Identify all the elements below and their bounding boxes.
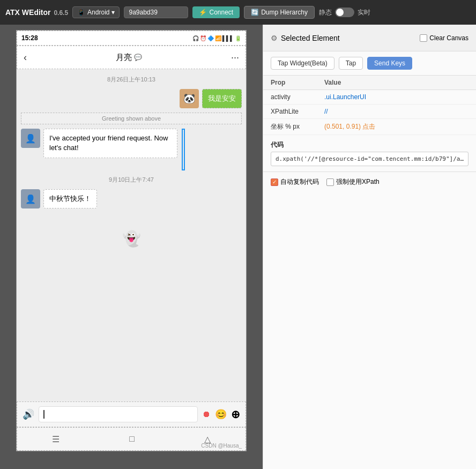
wifi-icon: 📶 bbox=[215, 35, 221, 41]
battery-icon: 🔋 bbox=[235, 35, 241, 41]
add-button[interactable]: ⊕ bbox=[231, 408, 240, 421]
chevron-down-icon: ▾ bbox=[111, 9, 115, 16]
dump-hierarchy-button[interactable]: 🔄 Dump Hierarchy bbox=[244, 6, 315, 19]
chat-date-2: 9月10日上午7:47 bbox=[21, 176, 242, 184]
self-avatar: 🐼 bbox=[180, 89, 199, 108]
phone-panel: 15:28 🎧 ⏰ 🔷 📶 ▌▌▌ 🔋 ‹ 月亮 💬 ··· bbox=[0, 25, 263, 469]
device-id-input[interactable] bbox=[124, 6, 188, 18]
prop-value-2: (0.501, 0.91) 点击 bbox=[317, 119, 476, 135]
device-type-label: Android bbox=[87, 9, 109, 16]
more-button[interactable]: ··· bbox=[231, 52, 239, 63]
settings-icon: ⚙ bbox=[271, 34, 278, 42]
self-message-row: 我是安安 🐼 bbox=[21, 89, 242, 108]
alarm-icon: ⏰ bbox=[200, 35, 206, 41]
prop-key-1: XPathLite bbox=[263, 105, 317, 119]
status-bar: 15:28 🎧 ⏰ 🔷 📶 ▌▌▌ 🔋 bbox=[17, 31, 246, 46]
bluetooth-icon: 🔷 bbox=[207, 35, 214, 41]
clear-canvas-check-box[interactable] bbox=[420, 34, 427, 42]
ghost-icon: 👻 bbox=[122, 230, 141, 248]
friend-bubble-1: I've accepted your friend request. Now l… bbox=[43, 129, 177, 158]
status-time: 15:28 bbox=[21, 34, 38, 42]
force-xpath-check-indicator bbox=[326, 178, 334, 186]
friend-message-row-1: 👤 I've accepted your friend request. Now… bbox=[21, 129, 242, 170]
force-xpath-label: 强制使用XPath bbox=[336, 177, 380, 187]
tap-label: Tap bbox=[346, 59, 356, 67]
chat-header: ‹ 月亮 💬 ··· bbox=[17, 46, 246, 69]
selection-indicator bbox=[182, 129, 185, 170]
menu-icon[interactable]: ☰ bbox=[52, 434, 59, 444]
dump-label: Dump Hierarchy bbox=[261, 9, 308, 16]
static-label: 静态 bbox=[319, 8, 332, 17]
code-box[interactable]: d.xpath('//*[@resource-id="com.tencent.m… bbox=[271, 152, 468, 166]
selected-element-title: Selected Element bbox=[281, 34, 340, 42]
chat-body: 8月26日上午10:13 我是安安 🐼 Greeting shown above… bbox=[17, 69, 246, 401]
force-xpath-checkbox[interactable]: 强制使用XPath bbox=[326, 177, 380, 187]
emoji-button[interactable]: 😊 bbox=[215, 408, 227, 420]
text-input[interactable] bbox=[39, 406, 198, 422]
connect-label: Connect bbox=[209, 9, 233, 16]
chat-title-text: 月亮 bbox=[116, 53, 132, 63]
self-message-text: 我是安安 bbox=[208, 94, 236, 102]
real-label: 实时 bbox=[358, 8, 370, 17]
top-toolbar: ATX WEditor 0.6.5 📱 Android ▾ ⚡ Connect … bbox=[0, 0, 476, 25]
home-icon[interactable]: □ bbox=[129, 434, 135, 444]
selected-title-area: ⚙ Selected Element bbox=[271, 34, 340, 42]
prop-row-0: activity.ui.LauncherUI bbox=[263, 90, 476, 105]
text-cursor bbox=[43, 410, 44, 419]
chat-title: 月亮 💬 bbox=[116, 53, 142, 63]
clear-canvas-label: Clear Canvas bbox=[429, 34, 468, 42]
signal-icon: ▌▌▌ bbox=[222, 35, 234, 41]
status-icons: 🎧 ⏰ 🔷 📶 ▌▌▌ 🔋 bbox=[192, 35, 241, 41]
self-bubble: 我是安安 bbox=[202, 89, 242, 108]
refresh-icon: 🔄 bbox=[251, 9, 259, 16]
send-keys-label: Send Keys bbox=[374, 59, 405, 67]
chat-bottom-bar: 🔊 ⏺ 😊 ⊕ bbox=[17, 401, 246, 427]
value-header-text: Value bbox=[324, 79, 341, 86]
clear-canvas-checkbox[interactable]: Clear Canvas bbox=[420, 34, 468, 42]
static-toggle-area: 静态 实时 bbox=[319, 8, 370, 17]
friend-bubble-2: 中秋节快乐！ bbox=[43, 189, 97, 209]
auto-copy-checkbox[interactable]: ✓ 自动复制代码 bbox=[271, 177, 319, 187]
prop-key-0: activity bbox=[263, 90, 317, 105]
main-area: 15:28 🎧 ⏰ 🔷 📶 ▌▌▌ 🔋 ‹ 月亮 💬 ··· bbox=[0, 25, 476, 469]
prop-row-2: 坐标 % px(0.501, 0.91) 点击 bbox=[263, 119, 476, 135]
friend-avatar-1: 👤 bbox=[21, 129, 40, 148]
greeting-box: Greeting shown above bbox=[21, 113, 242, 124]
code-section: 代码 d.xpath('//*[@resource-id="com.tencen… bbox=[263, 135, 476, 172]
friend-message-text-2: 中秋节快乐！ bbox=[49, 195, 91, 203]
friend-message-row-2: 👤 中秋节快乐！ bbox=[21, 189, 242, 209]
auto-copy-label: 自动复制代码 bbox=[280, 177, 319, 187]
static-toggle-switch[interactable] bbox=[335, 8, 354, 17]
ghost-area: 👻 bbox=[21, 212, 242, 265]
prop-value-0: .ui.LauncherUI bbox=[317, 90, 476, 105]
friend-avatar-2: 👤 bbox=[21, 189, 40, 209]
value-col-header: Value bbox=[317, 76, 476, 90]
code-section-label: 代码 bbox=[271, 140, 468, 150]
watermark-text: CSDN @Hausa_ bbox=[201, 443, 242, 449]
watermark: CSDN @Hausa_ bbox=[201, 443, 242, 449]
tap-widget-button[interactable]: Tap Widget(Beta) bbox=[271, 57, 334, 70]
toggle-knob bbox=[336, 9, 344, 16]
device-type-selector[interactable]: 📱 Android ▾ bbox=[72, 6, 120, 18]
connect-icon: ⚡ bbox=[199, 9, 207, 16]
prop-header-text: Prop bbox=[271, 79, 285, 86]
greeting-text: Greeting shown above bbox=[102, 115, 161, 122]
tap-widget-label: Tap Widget(Beta) bbox=[278, 59, 328, 67]
properties-table: Prop Value activity.ui.LauncherUIXPathLi… bbox=[263, 76, 476, 135]
app-title: ATX WEditor 0.6.5 bbox=[5, 8, 68, 17]
send-keys-button[interactable]: Send Keys bbox=[367, 57, 412, 70]
auto-copy-check-indicator: ✓ bbox=[271, 178, 278, 186]
connect-button[interactable]: ⚡ Connect bbox=[192, 6, 240, 18]
tap-button[interactable]: Tap bbox=[339, 57, 363, 70]
prop-value-1: // bbox=[317, 105, 476, 119]
voice-button[interactable]: 🔊 bbox=[23, 408, 34, 420]
right-panel: ⚙ Selected Element Clear Canvas Tap Widg… bbox=[263, 25, 476, 469]
phone-screen: 15:28 🎧 ⏰ 🔷 📶 ▌▌▌ 🔋 ‹ 月亮 💬 ··· bbox=[16, 30, 247, 451]
back-button[interactable]: ‹ bbox=[24, 52, 27, 63]
headphone-icon: 🎧 bbox=[192, 35, 199, 41]
selected-element-header: ⚙ Selected Element Clear Canvas bbox=[263, 25, 476, 51]
chat-date-1: 8月26日上午10:13 bbox=[21, 76, 242, 84]
app-version: 0.6.5 bbox=[54, 9, 68, 17]
prop-col-header: Prop bbox=[263, 76, 317, 90]
friend-message-text-1: I've accepted your friend request. Now l… bbox=[49, 134, 168, 152]
